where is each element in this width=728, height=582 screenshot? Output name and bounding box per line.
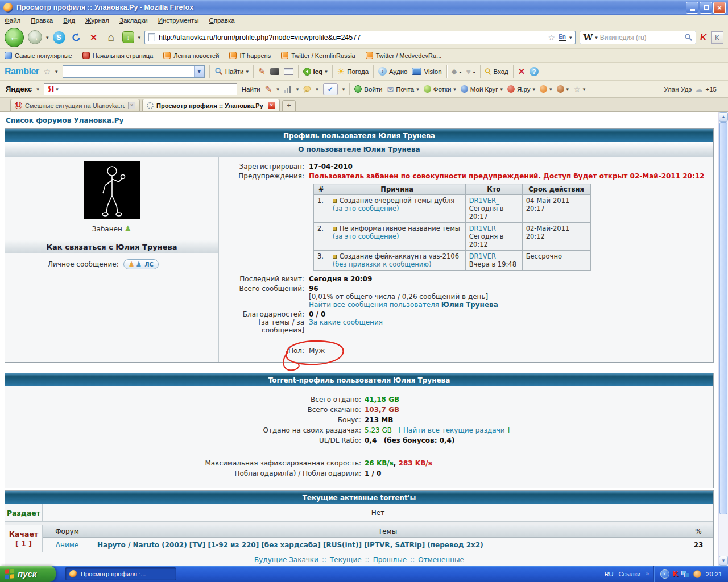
- yandex-yaru-button[interactable]: Я.ру▾: [507, 85, 535, 93]
- tab-profile-view[interactable]: Просмотр профиля :: Улановка.Ру ×: [142, 99, 280, 111]
- stamp-icon[interactable]: [270, 68, 279, 75]
- browser-tray-icon[interactable]: [693, 570, 701, 578]
- yandex-login-button[interactable]: Войти: [354, 85, 382, 93]
- yandex-mail-button[interactable]: ✉Почта▾: [387, 85, 419, 94]
- forward-button[interactable]: →: [28, 30, 42, 44]
- stop-icon[interactable]: ×: [87, 31, 101, 44]
- weather-button[interactable]: ☀Погода: [337, 66, 369, 77]
- new-tab-button[interactable]: +: [282, 100, 296, 111]
- bookmark-most-popular[interactable]: Самые популярные: [5, 52, 72, 59]
- spellcheck-abc-button[interactable]: ✓: [323, 83, 338, 95]
- search-box[interactable]: W ▾ Википедия (ru): [580, 31, 696, 44]
- kaspersky-tray-icon[interactable]: K: [673, 569, 678, 578]
- bookmark-news-feed[interactable]: Лента новостей: [163, 52, 219, 59]
- find-posts-user[interactable]: Юлия Трунева: [441, 301, 498, 309]
- yandex-moikrug-button[interactable]: Мой Круг▾: [461, 85, 503, 93]
- traffic-bars-icon[interactable]: [284, 86, 292, 93]
- bookmark-twitter-medvedev[interactable]: Twitter / MedvedevRu...: [366, 52, 442, 59]
- bookmark-twitter-kermlin[interactable]: Twitter / KermlinRussia: [281, 52, 355, 59]
- yandex-money-button[interactable]: ▾: [540, 85, 552, 93]
- current-downloads-link[interactable]: Текущие: [330, 556, 362, 564]
- combo-dropdown-icon[interactable]: ▼: [194, 66, 204, 77]
- icq-button[interactable]: icq▾: [303, 68, 328, 76]
- dropdown-icon[interactable]: ▾: [56, 86, 59, 92]
- forum-link[interactable]: Аниме: [43, 541, 92, 549]
- dropdown-icon[interactable]: ▾: [36, 86, 39, 92]
- menu-view[interactable]: Вид: [63, 17, 75, 24]
- menu-history[interactable]: Журнал: [85, 17, 109, 24]
- yandex-star-button[interactable]: ☆▾: [573, 85, 585, 94]
- moderator-link[interactable]: DR1VER_: [469, 252, 499, 260]
- tab-close-icon[interactable]: ×: [128, 102, 135, 109]
- back-button[interactable]: ←: [5, 28, 24, 47]
- help-icon[interactable]: ?: [530, 67, 539, 76]
- restore-button[interactable]: [700, 2, 712, 14]
- menu-edit[interactable]: Правка: [31, 17, 53, 24]
- find-seeds-link[interactable]: Найти все текущие раздачи: [403, 426, 505, 434]
- url-bar[interactable]: http://ulanovka.ru/forum/profile.php?mod…: [144, 31, 576, 44]
- language-indicator[interactable]: RU: [605, 571, 614, 577]
- home-icon[interactable]: ⌂: [105, 31, 118, 44]
- rambler-logo[interactable]: Rambler: [5, 66, 39, 77]
- scrollbar-thumb[interactable]: [719, 122, 727, 514]
- tab-ulanovka-fun[interactable]: U Смешные ситуации на Ulanovka.ru (: ...…: [10, 99, 140, 111]
- yandex-dict-button[interactable]: ▾: [557, 85, 569, 93]
- weather-widget[interactable]: Улан-Удэ ☁ +15: [664, 85, 722, 94]
- tab-close-icon[interactable]: ×: [268, 102, 275, 109]
- topic-link[interactable]: Наруто / Naruto (2002) [TV] [1-92 из 220…: [92, 541, 684, 549]
- wikipedia-logo[interactable]: W: [583, 32, 593, 43]
- report-post-link[interactable]: (без привязки к сообщению): [333, 260, 432, 268]
- rambler-find-button[interactable]: Найти▾: [214, 67, 249, 76]
- highlighter-icon[interactable]: ✎: [258, 66, 266, 77]
- k-extension-button[interactable]: K: [711, 31, 723, 44]
- vision-button[interactable]: Vision: [412, 68, 441, 75]
- star-icon[interactable]: ☆: [44, 67, 51, 76]
- search-engine-dropdown-icon[interactable]: ▾: [595, 35, 598, 40]
- links-toolbar-label[interactable]: Ссылки: [619, 571, 641, 577]
- menu-tools[interactable]: Инструменты: [158, 17, 199, 24]
- rambler-search-input[interactable]: ▼: [63, 65, 205, 78]
- close-button[interactable]: ×: [713, 2, 726, 14]
- start-button[interactable]: пуск: [0, 566, 56, 582]
- taskbar-firefox-item[interactable]: Просмотр профиля :...: [65, 567, 176, 580]
- search-icon[interactable]: [684, 33, 693, 41]
- history-dropdown-icon[interactable]: ▾: [46, 35, 49, 40]
- spellcheck-pencil-icon[interactable]: ✎: [265, 84, 272, 94]
- download-icon[interactable]: ↓: [122, 31, 134, 43]
- toolbar-overflow-icon[interactable]: ▾: [138, 35, 141, 40]
- cancelled-downloads-link[interactable]: Отмененные: [418, 556, 464, 564]
- yandex-photos-button[interactable]: Фотки▾: [424, 85, 456, 93]
- reload-icon[interactable]: [69, 31, 83, 44]
- network-tray-icon[interactable]: [681, 571, 690, 577]
- favorites-button[interactable]: ♥-: [466, 67, 475, 76]
- minimize-button[interactable]: [686, 2, 698, 14]
- form-fill-icon[interactable]: [284, 68, 293, 75]
- bookmark-it-happens[interactable]: IT happens: [229, 52, 271, 59]
- scroll-up-icon[interactable]: ▲: [719, 112, 728, 122]
- moderator-link[interactable]: DR1VER_: [469, 225, 499, 232]
- menu-help[interactable]: Справка: [209, 17, 234, 24]
- thanks-link[interactable]: За какие сообщения: [309, 318, 383, 326]
- future-downloads-link[interactable]: Будущие Закачки: [254, 556, 318, 564]
- yandex-search-input[interactable]: Я ▾: [44, 83, 237, 95]
- chevron-expand-icon[interactable]: »: [646, 571, 649, 577]
- menu-bookmarks[interactable]: Закладки: [119, 17, 148, 24]
- bookmark-home-page[interactable]: Начальная страница: [82, 52, 153, 59]
- hide-icons-icon[interactable]: ‹: [660, 569, 669, 579]
- report-post-link[interactable]: (за это сообщение): [333, 232, 399, 240]
- url-text[interactable]: http://ulanovka.ru/forum/profile.php?mod…: [159, 34, 545, 41]
- audio-button[interactable]: ♪Аудио: [378, 67, 407, 76]
- bookmark-star-icon[interactable]: ☆: [548, 33, 556, 42]
- yandex-logo[interactable]: Яндекс: [6, 85, 32, 93]
- clock[interactable]: 20:21: [706, 571, 722, 577]
- search-placeholder[interactable]: Википедия (ru): [600, 34, 682, 41]
- rating-button[interactable]: ◆-: [452, 67, 462, 76]
- yandex-find-button[interactable]: Найти: [242, 86, 260, 93]
- past-downloads-link[interactable]: Прошлые: [373, 556, 407, 564]
- report-post-link[interactable]: (за это сообщение): [333, 205, 399, 213]
- moderator-link[interactable]: DR1VER_: [469, 197, 499, 205]
- comments-bubble-icon[interactable]: [303, 86, 311, 93]
- scroll-down-icon[interactable]: ▼: [719, 556, 728, 566]
- dropdown-icon[interactable]: ▾: [55, 69, 58, 74]
- url-dropdown-icon[interactable]: ▾: [569, 35, 572, 40]
